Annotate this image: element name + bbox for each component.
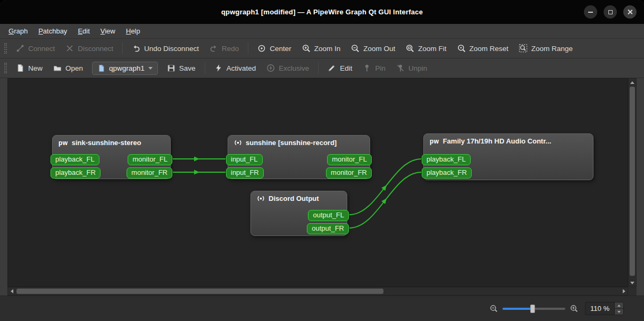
zoom-spin-down-button[interactable]	[615, 309, 623, 315]
zoom-value: 110 %	[586, 302, 614, 315]
port-input-fr[interactable]: input_FR	[226, 167, 264, 179]
port-monitor-fr[interactable]: monitor_FR	[127, 167, 172, 179]
node-discord-output[interactable]: Discord Output output_FL output_FR	[250, 191, 347, 236]
port-playback-fr[interactable]: playback_FR	[51, 167, 101, 179]
new-button[interactable]: New	[11, 61, 47, 75]
zoom-spin-up-button[interactable]	[615, 302, 623, 309]
zoom-fit-icon	[406, 44, 414, 53]
zoom-out-button[interactable]: Zoom Out	[346, 41, 400, 56]
save-button[interactable]: Save	[162, 61, 200, 75]
port-output-fr[interactable]: output_FR	[307, 223, 349, 234]
center-button[interactable]: Center	[253, 41, 296, 56]
menu-patchbay[interactable]: Patchbay	[33, 24, 72, 38]
open-button[interactable]: Open	[48, 61, 88, 75]
node-header: sunshine [sunshine-record]	[228, 136, 370, 149]
zoom-reset-button[interactable]: Zoom Reset	[453, 41, 514, 56]
redo-icon	[210, 44, 218, 53]
menu-help[interactable]: Help	[121, 24, 146, 38]
menu-view[interactable]: View	[95, 24, 121, 38]
undo-disconnect-button[interactable]: Undo Disconnect	[127, 41, 204, 56]
horizontal-scrollbar-thumb[interactable]	[16, 289, 383, 294]
zoom-out-icon	[351, 44, 359, 53]
undo-icon	[132, 44, 140, 53]
patchbay-file-icon	[97, 64, 105, 72]
zoom-in-small-icon[interactable]	[570, 305, 578, 312]
vertical-scrollbar[interactable]	[628, 78, 637, 287]
horizontal-scrollbar[interactable]	[7, 287, 628, 295]
maximize-icon	[608, 10, 613, 14]
center-icon	[257, 44, 266, 53]
node-title: Discord Output	[269, 195, 319, 202]
redo-label: Redo	[222, 45, 239, 53]
zoom-slider[interactable]	[503, 308, 565, 310]
toolbar-separator	[318, 62, 319, 74]
scroll-down-button[interactable]	[629, 279, 636, 286]
zoom-slider-thumb[interactable]	[530, 305, 535, 313]
port-monitor-fr[interactable]: monitor_FR	[326, 167, 372, 179]
port-input-fl[interactable]: input_FL	[226, 154, 263, 165]
zoom-spinbox[interactable]: 110 %	[585, 302, 624, 315]
port-playback-fl[interactable]: playback_FL	[422, 154, 471, 165]
zoom-range-icon	[519, 44, 528, 53]
activated-button[interactable]: Activated	[210, 61, 261, 75]
arrow-left-icon	[11, 289, 13, 293]
unpin-button[interactable]: Unpin	[391, 61, 432, 75]
zoom-fit-label: Zoom Fit	[418, 45, 446, 53]
zoom-fit-button[interactable]: Zoom Fit	[401, 41, 451, 56]
exclusive-icon	[266, 64, 275, 72]
toolbar-handle[interactable]	[4, 43, 7, 54]
port-playback-fr[interactable]: playback_FR	[422, 167, 472, 179]
exclusive-button[interactable]: Exclusive	[262, 61, 314, 75]
vertical-scrollbar-thumb[interactable]	[630, 87, 635, 276]
scroll-right-button[interactable]	[620, 288, 628, 295]
node-header: pw sink-sunshine-stereo	[53, 136, 170, 149]
menu-graph[interactable]: Graph	[3, 24, 33, 38]
close-button[interactable]	[623, 5, 637, 19]
menu-edit-label: Edit	[78, 27, 89, 35]
port-output-fl[interactable]: output_FL	[308, 210, 349, 221]
connection-output-fr-to-playback-fr[interactable]	[349, 172, 421, 228]
titlebar[interactable]: qpwgraph1 [modified] — A PipeWire Graph …	[0, 0, 644, 24]
edit-button[interactable]: Edit	[323, 61, 357, 75]
zoom-in-button[interactable]: Zoom In	[297, 41, 346, 56]
save-icon	[167, 64, 175, 72]
open-label: Open	[65, 64, 83, 72]
menu-help-label: Help	[126, 27, 140, 35]
redo-button[interactable]: Redo	[205, 41, 244, 56]
node-sink-sunshine-stereo[interactable]: pw sink-sunshine-stereo playback_FL play…	[52, 135, 171, 179]
arrow-up-icon	[617, 305, 621, 307]
patchbay-selector[interactable]: qpwgraph1	[92, 62, 158, 75]
zoom-out-small-icon[interactable]	[490, 305, 498, 312]
toolbar-handle[interactable]	[4, 63, 7, 73]
app-window: qpwgraph1 [modified] — A PipeWire Graph …	[0, 0, 644, 321]
menu-edit[interactable]: Edit	[72, 24, 95, 38]
pipewire-icon: pw	[58, 139, 68, 147]
node-title: sink-sunshine-stereo	[72, 139, 141, 147]
node-family-hd-audio[interactable]: pw Family 17h/19h HD Audio Contr... play…	[423, 133, 593, 180]
scroll-up-button[interactable]	[629, 79, 636, 86]
maximize-button[interactable]	[604, 5, 617, 19]
patchbay-selector-value: qpwgraph1	[109, 64, 145, 72]
port-monitor-fl[interactable]: monitor_FL	[327, 154, 372, 165]
port-playback-fl[interactable]: playback_FL	[51, 154, 99, 165]
port-monitor-fl[interactable]: monitor_FL	[128, 154, 172, 165]
node-header: Discord Output	[251, 191, 347, 205]
patchbay-toolbar: New Open qpwgraph1 Save Activated Exclus…	[0, 58, 644, 78]
minimize-icon	[588, 12, 593, 13]
minimize-button[interactable]	[584, 5, 597, 19]
pipewire-icon: pw	[430, 138, 439, 145]
connection-arrow-icon	[194, 170, 199, 175]
connect-button[interactable]: Connect	[11, 41, 60, 56]
scroll-left-button[interactable]	[8, 288, 15, 295]
unpin-label: Unpin	[408, 64, 427, 72]
new-file-icon	[16, 64, 24, 72]
disconnect-button[interactable]: Disconnect	[61, 41, 118, 56]
pin-icon	[363, 64, 371, 72]
pin-button[interactable]: Pin	[358, 61, 390, 75]
connect-icon	[16, 44, 24, 53]
connection-arrow-icon	[194, 157, 199, 162]
zoom-range-button[interactable]: Zoom Range	[514, 41, 578, 56]
graph-canvas[interactable]: pw sink-sunshine-stereo playback_FL play…	[7, 78, 628, 287]
node-sunshine-record[interactable]: sunshine [sunshine-record] input_FL inpu…	[228, 135, 370, 179]
zoom-reset-icon	[457, 44, 466, 53]
